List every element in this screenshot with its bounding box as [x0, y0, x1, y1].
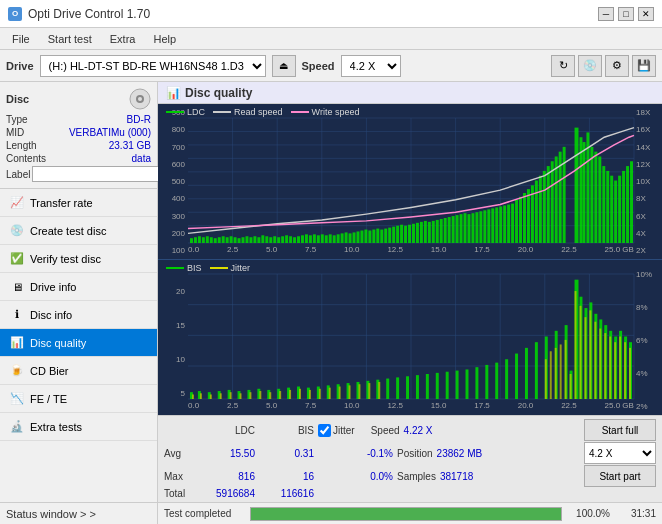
nav-drive-info-label: Drive info — [30, 281, 76, 293]
svg-rect-124 — [598, 156, 601, 243]
disc-quality-header: 📊 Disc quality — [158, 82, 662, 104]
close-button[interactable]: ✕ — [638, 7, 654, 21]
nav-cd-bier[interactable]: 🍺 CD Bier — [0, 357, 157, 385]
menu-help[interactable]: Help — [145, 31, 184, 47]
x-label-17-5: 17.5 — [474, 245, 490, 259]
svg-rect-84 — [432, 221, 435, 243]
menu-bar: File Start test Extra Help — [0, 28, 662, 50]
save-icon-button[interactable]: 💾 — [632, 55, 656, 77]
start-full-button[interactable]: Start full — [584, 419, 656, 441]
menu-extra[interactable]: Extra — [102, 31, 144, 47]
y-label-18x: 18X — [634, 108, 662, 117]
y-label-20: 20 — [158, 287, 188, 296]
svg-rect-96 — [479, 211, 482, 243]
eject-button[interactable]: ⏏ — [272, 55, 296, 77]
svg-rect-108 — [527, 189, 530, 243]
svg-rect-51 — [301, 235, 304, 243]
mid-label: MID — [6, 127, 24, 138]
svg-rect-220 — [545, 359, 547, 399]
x-label-10: 10.0 — [344, 245, 360, 259]
svg-rect-208 — [269, 392, 271, 399]
settings-icon-button[interactable]: ⚙ — [605, 55, 629, 77]
svg-rect-76 — [400, 225, 403, 243]
maximize-button[interactable]: □ — [618, 7, 634, 21]
stats-bar: LDC BIS Jitter Speed 4.22 X Start full A… — [158, 415, 662, 502]
svg-rect-58 — [329, 234, 332, 243]
speed-dropdown[interactable]: 4.2 X — [584, 442, 656, 464]
pos-info: Position 23862 MB — [397, 448, 482, 459]
x-label-22-5: 22.5 — [561, 245, 577, 259]
mid-value: VERBATIMu (000) — [69, 127, 151, 138]
label-input[interactable] — [32, 166, 165, 182]
disc-icon-button[interactable]: 💿 — [578, 55, 602, 77]
nav-verify-test-disc[interactable]: ✅ Verify test disc — [0, 245, 157, 273]
stats-avg-row: Avg 15.50 0.31 -0.1% Position 23862 MB 4… — [164, 442, 656, 464]
type-value: BD-R — [127, 114, 151, 125]
y-label-15: 15 — [158, 321, 188, 330]
y-label-300: 300 — [158, 212, 188, 221]
menu-file[interactable]: File — [4, 31, 38, 47]
y-axis-right-bottom: 10% 8% 6% 4% 2% — [634, 260, 662, 415]
svg-rect-56 — [321, 234, 324, 243]
svg-rect-123 — [594, 152, 597, 243]
nav-disc-quality[interactable]: 📊 Disc quality — [0, 329, 157, 357]
disc-panel: Disc Type BD-R MID VERBATIMu (000) Lengt… — [0, 82, 157, 189]
contents-label: Contents — [6, 153, 46, 164]
nav-fe-te-label: FE / TE — [30, 393, 67, 405]
title-bar: O Opti Drive Control 1.70 ─ □ ✕ — [0, 0, 662, 28]
nav-create-test-disc[interactable]: 💿 Create test disc — [0, 217, 157, 245]
jitter-checkbox[interactable] — [318, 424, 331, 437]
svg-rect-117 — [563, 147, 566, 243]
ldc-total: 5916684 — [200, 488, 255, 499]
svg-rect-80 — [416, 223, 419, 243]
type-label: Type — [6, 114, 28, 125]
bis-avg: 0.31 — [259, 448, 314, 459]
y-label-6pct: 6% — [634, 336, 662, 345]
svg-rect-68 — [368, 231, 371, 244]
x-label-b-12-5: 12.5 — [387, 401, 403, 415]
svg-rect-87 — [444, 218, 447, 243]
legend-write-speed-label: Write speed — [312, 107, 360, 117]
start-part-button[interactable]: Start part — [584, 465, 656, 487]
length-value: 23.31 GB — [109, 140, 151, 151]
refresh-icon-button[interactable]: ↻ — [551, 55, 575, 77]
svg-rect-101 — [499, 206, 502, 243]
svg-rect-126 — [606, 171, 609, 243]
svg-rect-106 — [519, 197, 522, 243]
svg-rect-65 — [356, 231, 359, 243]
svg-rect-222 — [555, 348, 557, 399]
svg-rect-70 — [376, 229, 379, 243]
menu-start-test[interactable]: Start test — [40, 31, 100, 47]
top-chart-canvas — [188, 118, 634, 243]
x-label-b-0: 0.0 — [188, 401, 199, 415]
svg-rect-110 — [535, 181, 538, 244]
svg-rect-97 — [483, 210, 486, 243]
svg-rect-200 — [192, 394, 194, 399]
label-label: Label — [6, 169, 30, 180]
speed-select[interactable]: 4.2 X — [341, 55, 401, 77]
nav-fe-te[interactable]: 📉 FE / TE — [0, 385, 157, 413]
progress-label: Test completed — [164, 508, 244, 519]
svg-rect-83 — [428, 222, 431, 243]
svg-rect-228 — [584, 317, 586, 399]
svg-rect-214 — [329, 388, 331, 399]
nav-drive-info[interactable]: 🖥 Drive info — [0, 273, 157, 301]
minimize-button[interactable]: ─ — [598, 7, 614, 21]
status-window[interactable]: Status window > > — [0, 502, 157, 524]
nav-extra-tests[interactable]: 🔬 Extra tests — [0, 413, 157, 441]
svg-rect-35 — [238, 238, 241, 243]
bis-max: 16 — [259, 471, 314, 482]
svg-rect-44 — [273, 236, 276, 243]
svg-rect-217 — [358, 384, 360, 399]
svg-rect-132 — [630, 161, 633, 243]
y-label-10pct: 10% — [634, 270, 662, 279]
nav-transfer-rate[interactable]: 📈 Transfer rate — [0, 189, 157, 217]
extra-tests-icon: 🔬 — [10, 420, 24, 434]
svg-rect-177 — [475, 367, 478, 399]
svg-rect-120 — [582, 142, 585, 243]
svg-rect-43 — [269, 237, 272, 243]
nav-disc-info[interactable]: ℹ Disc info — [0, 301, 157, 329]
svg-rect-60 — [337, 234, 340, 243]
legend-bottom: BIS Jitter — [166, 263, 250, 273]
drive-select[interactable]: (H:) HL-DT-ST BD-RE WH16NS48 1.D3 — [40, 55, 266, 77]
